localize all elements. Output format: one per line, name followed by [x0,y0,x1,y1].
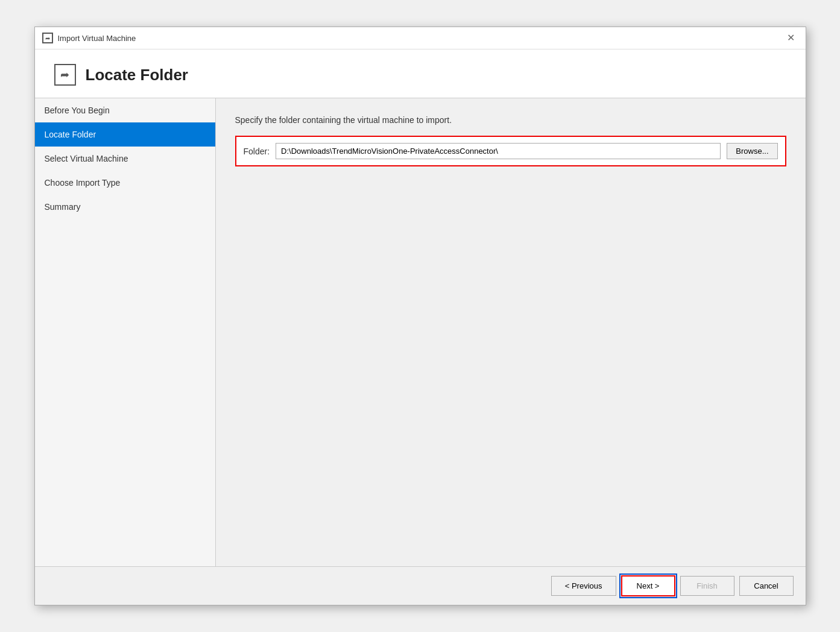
folder-label: Folder: [244,147,270,156]
browse-button[interactable]: Browse... [727,143,777,159]
import-vm-dialog: ➦ Import Virtual Machine ✕ ➦ Locate Fold… [34,27,806,605]
folder-row-container: Folder: Browse... [235,136,786,166]
main-content: Specify the folder containing the virtua… [216,98,806,566]
finish-button[interactable]: Finish [680,576,734,596]
previous-button[interactable]: < Previous [551,576,616,596]
folder-input[interactable] [276,143,721,159]
titlebar-icon: ➦ [42,33,53,43]
close-button[interactable]: ✕ [783,32,798,44]
header-section: ➦ Locate Folder [35,49,806,98]
titlebar-title: Import Virtual Machine [58,34,136,43]
titlebar-left: ➦ Import Virtual Machine [42,33,136,43]
sidebar-item-select-virtual-machine[interactable]: Select Virtual Machine [35,147,215,171]
sidebar-item-choose-import-type[interactable]: Choose Import Type [35,171,215,195]
cancel-button[interactable]: Cancel [739,576,794,596]
next-button[interactable]: Next > [621,575,675,596]
sidebar-item-locate-folder[interactable]: Locate Folder [35,122,215,147]
page-title: Locate Folder [86,66,188,84]
instruction-text: Specify the folder containing the virtua… [235,115,786,125]
sidebar-item-summary[interactable]: Summary [35,195,215,219]
footer: < Previous Next > Finish Cancel [35,566,806,605]
body-section: Before You Begin Locate Folder Select Vi… [35,98,806,566]
sidebar: Before You Begin Locate Folder Select Vi… [35,98,216,566]
header-icon: ➦ [54,64,76,86]
sidebar-item-before-you-begin[interactable]: Before You Begin [35,98,215,122]
titlebar: ➦ Import Virtual Machine ✕ [35,27,806,49]
